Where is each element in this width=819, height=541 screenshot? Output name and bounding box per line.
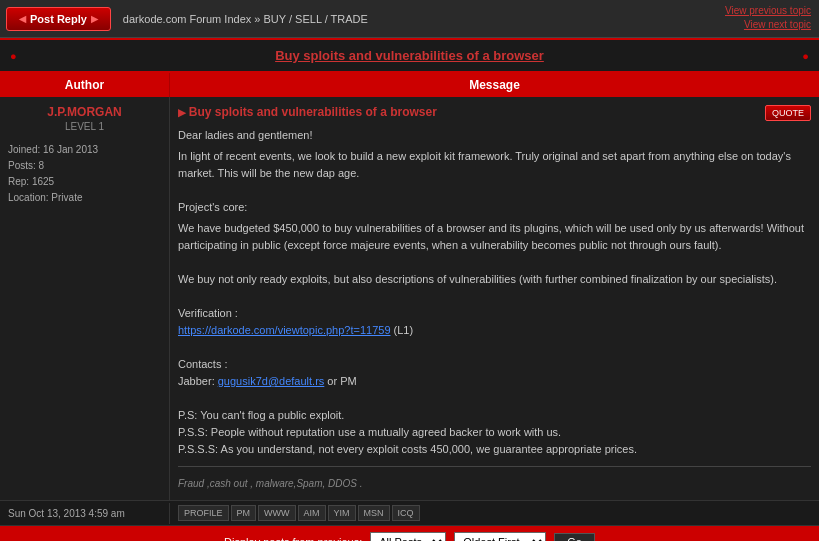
- msg-ps2: P.S.S: People without reputation use a m…: [178, 424, 811, 441]
- top-bar: Post Reply darkode.com Forum Index » BUY…: [0, 0, 819, 38]
- topic-title-bar: Buy sploits and vulnerabilities of a bro…: [0, 38, 819, 73]
- breadcrumb-section-link-top[interactable]: BUY / SELL / TRADE: [264, 13, 368, 25]
- post-timestamp: Sun Oct 13, 2013 4:59 am: [0, 503, 170, 524]
- author-rep: Rep: 1625: [8, 174, 161, 190]
- msg-ps1: P.S: You can't flog a public exploit.: [178, 407, 811, 424]
- go-button[interactable]: Go: [554, 533, 595, 541]
- breadcrumb-sep-top: »: [254, 13, 260, 25]
- profile-icon-aim[interactable]: AIM: [298, 505, 326, 521]
- msg-footer: Fraud ,cash out , malware,Spam, DDOS .: [178, 475, 811, 492]
- msg-buy: We buy not only ready exploits, but also…: [178, 271, 811, 288]
- view-prev-topic-link[interactable]: View previous topic: [725, 4, 811, 18]
- post-reply-button-top[interactable]: Post Reply: [6, 7, 111, 31]
- profile-icon-www[interactable]: WWW: [258, 505, 295, 521]
- controls-bar: Display posts from previous: All Posts1 …: [0, 526, 819, 541]
- nav-links-top: View previous topic View next topic: [725, 4, 811, 32]
- post-footer-row: Sun Oct 13, 2013 4:59 am PROFILEPMWWWAIM…: [0, 501, 819, 526]
- msg-divider: [178, 466, 811, 467]
- msg-jabber-label: Jabber:: [178, 375, 218, 387]
- post-row: J.P.MORGAN LEVEL 1 Joined: 16 Jan 2013 P…: [0, 97, 819, 501]
- posts-select[interactable]: All Posts1 Day7 Days2 Weeks1 Month3 Mont…: [370, 532, 446, 541]
- profile-icon-icq[interactable]: ICQ: [392, 505, 420, 521]
- author-posts: Posts: 8: [8, 158, 161, 174]
- msg-body: Dear ladies and gentlemen! In light of r…: [178, 127, 811, 492]
- profile-icon-profile[interactable]: PROFILE: [178, 505, 229, 521]
- author-location: Location: Private: [8, 190, 161, 206]
- display-posts-label: Display posts from previous:: [224, 536, 362, 541]
- msg-title-row: Buy sploits and vulnerabilities of a bro…: [178, 105, 811, 121]
- profile-icon-pm[interactable]: PM: [231, 505, 257, 521]
- msg-budget: We have budgeted $450,000 to buy vulnera…: [178, 220, 811, 254]
- breadcrumb-forum-link-top[interactable]: darkode.com Forum Index: [123, 13, 251, 25]
- msg-jabber-suffix: or PM: [324, 375, 356, 387]
- profile-icon-yim[interactable]: YIM: [328, 505, 356, 521]
- column-headers: Author Message: [0, 73, 819, 97]
- author-name[interactable]: J.P.MORGAN: [47, 105, 121, 119]
- msg-ps3: P.S.S.S: As you understand, not every ex…: [178, 441, 811, 458]
- breadcrumb-top: darkode.com Forum Index » BUY / SELL / T…: [123, 13, 368, 25]
- author-info: Joined: 16 Jan 2013 Posts: 8 Rep: 1625 L…: [8, 142, 161, 206]
- msg-link-row: https://darkode.com/viewtopic.php?t=1175…: [178, 322, 811, 339]
- msg-line1: Dear ladies and gentlemen!: [178, 127, 811, 144]
- col-header-author: Author: [0, 73, 170, 97]
- msg-project: Project's core:: [178, 199, 811, 216]
- message-col: Buy sploits and vulnerabilities of a bro…: [170, 97, 819, 500]
- author-level: LEVEL 1: [8, 121, 161, 132]
- msg-subject: Buy sploits and vulnerabilities of a bro…: [178, 105, 437, 119]
- quote-button[interactable]: QUOTE: [765, 105, 811, 121]
- msg-contacts-label: Contacts :: [178, 356, 811, 373]
- col-header-message: Message: [170, 73, 819, 97]
- view-next-topic-link[interactable]: View next topic: [725, 18, 811, 32]
- post-icon-bar: PROFILEPMWWWAIMYIMMSNICQ: [170, 501, 819, 525]
- msg-verification-link[interactable]: https://darkode.com/viewtopic.php?t=1175…: [178, 324, 391, 336]
- topic-title-link[interactable]: Buy sploits and vulnerabilities of a bro…: [275, 48, 544, 63]
- author-col: J.P.MORGAN LEVEL 1 Joined: 16 Jan 2013 P…: [0, 97, 170, 500]
- msg-link-suffix: (L1): [391, 324, 414, 336]
- order-select[interactable]: Oldest FirstNewest First: [454, 532, 546, 541]
- author-joined: Joined: 16 Jan 2013: [8, 142, 161, 158]
- msg-jabber-row: Jabber: gugusik7d@default.rs or PM: [178, 373, 811, 390]
- msg-verification-label: Verification :: [178, 305, 811, 322]
- msg-jabber-link[interactable]: gugusik7d@default.rs: [218, 375, 325, 387]
- msg-line2: In light of recent events, we look to bu…: [178, 148, 811, 182]
- profile-icon-msn[interactable]: MSN: [358, 505, 390, 521]
